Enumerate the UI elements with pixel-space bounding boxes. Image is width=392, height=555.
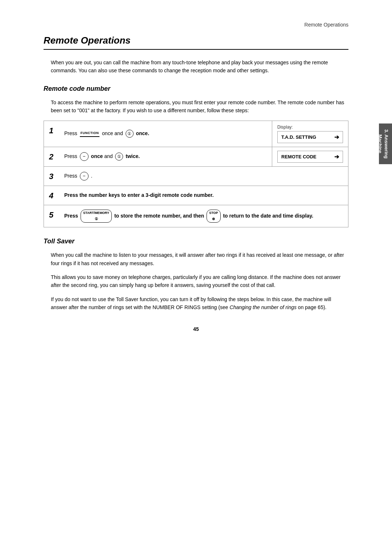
step-3-content: Press − . xyxy=(60,167,348,186)
step-4: 4 Press the number keys to enter a 3-dig… xyxy=(44,186,348,205)
step-2-once-and: once and xyxy=(90,152,114,161)
display-box-1: T.A.D. SETTING ➔ xyxy=(277,131,343,143)
step-2-content: Press − once and ① twice. xyxy=(60,147,272,166)
step-1-once: once. xyxy=(135,129,149,138)
header-label: Remote Operations xyxy=(305,22,348,28)
toll-saver-section: Toll Saver When you call the machine to … xyxy=(44,238,348,311)
stop-button-icon: STOP⊗ xyxy=(207,210,220,223)
step-4-number: 4 xyxy=(44,186,60,205)
step-4-content: Press the number keys to enter a 3-digit… xyxy=(60,186,348,205)
step-3-period: . xyxy=(90,172,93,181)
page-number: 45 xyxy=(44,326,348,332)
step-1-once-and: once and xyxy=(101,129,124,138)
step-2: 2 Press − once and ① twice. REMOTE CODE … xyxy=(44,147,348,167)
step-4-text: Press the number keys to enter a 3-digit… xyxy=(64,191,214,200)
display-label-1: Display: xyxy=(277,125,343,130)
step-2-press-label: Press xyxy=(64,152,79,161)
page-title: Remote Operations xyxy=(44,35,348,50)
step-2-display: REMOTE CODE ➔ xyxy=(272,147,348,166)
up-button-icon-1: ① xyxy=(126,130,134,138)
step-2-number: 2 xyxy=(44,147,60,166)
step-5-content: Press START/MEMORY① to store the remote … xyxy=(60,205,348,227)
toll-italic-ref: Changing the number of rings xyxy=(230,304,297,310)
step-5-store: to store the remote number, and then xyxy=(113,212,205,220)
toll-para-1: When you call the machine to listen to y… xyxy=(44,251,348,267)
toll-para-2: This allows you to save money on telepho… xyxy=(44,273,348,289)
page-intro: When you are out, you can call the machi… xyxy=(44,58,348,75)
step-1-number: 1 xyxy=(44,121,60,147)
display-arrow-1: ➔ xyxy=(334,134,339,141)
step-3: 3 Press − . xyxy=(44,167,348,186)
step-1-content: Press FUNCTION once and ① once. xyxy=(60,121,272,147)
function-button-icon: FUNCTION xyxy=(80,130,100,137)
step-2-twice: twice. xyxy=(124,152,140,161)
main-content: Remote Operations When you are out, you … xyxy=(0,35,392,354)
display-text-1: T.A.D. SETTING xyxy=(281,134,316,140)
page-header: Remote Operations xyxy=(0,0,392,35)
remote-code-title: Remote code number xyxy=(44,85,348,93)
toll-saver-title: Toll Saver xyxy=(44,238,348,245)
menu-button-icon-1: − xyxy=(80,152,89,161)
start-memory-button-icon: START/MEMORY① xyxy=(81,210,112,223)
step-3-press-label: Press xyxy=(64,172,79,181)
side-tab-text: 3. AnsweringMachine xyxy=(377,129,389,158)
remote-code-intro: To access the machine to perform remote … xyxy=(44,98,348,115)
up-button-icon-2: ① xyxy=(115,153,123,161)
step-5-number: 5 xyxy=(44,205,60,227)
step-1-display: Display: T.A.D. SETTING ➔ xyxy=(272,121,348,147)
step-5-press: Press xyxy=(64,212,79,220)
side-tab: 3. AnsweringMachine xyxy=(379,123,392,164)
display-arrow-2: ➔ xyxy=(334,153,339,160)
display-box-2: REMOTE CODE ➔ xyxy=(277,151,343,163)
display-text-2: REMOTE CODE xyxy=(281,154,317,159)
menu-button-icon-2: − xyxy=(80,172,89,181)
step-1-press-label: Press xyxy=(64,129,79,138)
toll-para-3: If you do not want to use the Toll Saver… xyxy=(44,295,348,312)
step-5: 5 Press START/MEMORY① to store the remot… xyxy=(44,205,348,227)
step-5-return: to return to the date and time display. xyxy=(222,212,314,220)
steps-container: 1 Press FUNCTION once and ① once. Displa… xyxy=(44,121,348,228)
step-1: 1 Press FUNCTION once and ① once. Displa… xyxy=(44,121,348,147)
step-3-number: 3 xyxy=(44,167,60,186)
